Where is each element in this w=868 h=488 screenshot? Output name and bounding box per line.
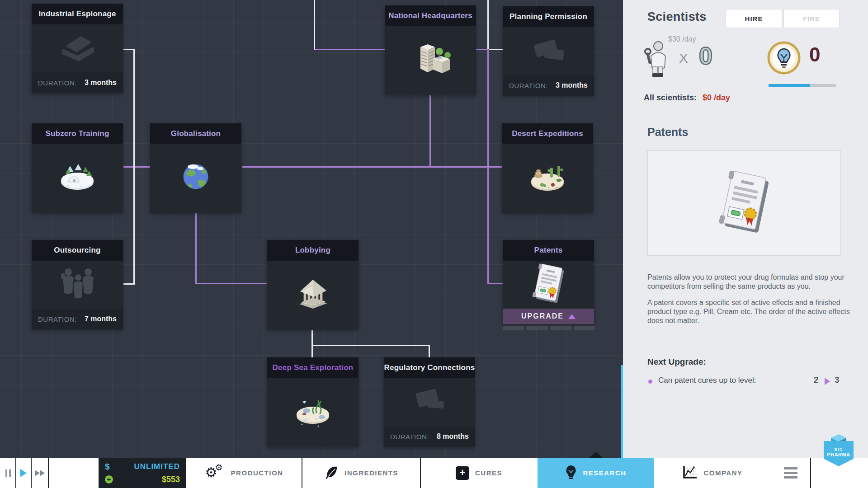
upgrade-button[interactable]: UPGRADE <box>503 309 594 324</box>
research-side-panel: Scientists HIRE FIRE $30 /day X 0 <box>623 0 868 458</box>
tech-node-title: Industrial Espionage <box>32 4 123 24</box>
gears-icon: ⚙⚙ <box>205 465 225 481</box>
tab-company[interactable]: COMPANY <box>654 458 771 488</box>
tech-node-globalisation[interactable]: Globalisation <box>150 123 241 213</box>
next-upgrade-item: Can patent cures up to level: <box>658 376 756 385</box>
upgrade-arrow-icon <box>568 314 576 319</box>
tech-node-title: Regulatory Connections <box>384 357 475 378</box>
bullet-icon <box>648 380 652 384</box>
menu-button[interactable] <box>771 458 811 488</box>
tech-node-title: Patents <box>503 240 594 261</box>
divider <box>48 458 49 488</box>
connector-line <box>476 49 488 50</box>
blueprint-icon <box>527 32 570 70</box>
tech-node-patents[interactable]: Patents <box>503 240 594 324</box>
upgrade-arrow-icon <box>825 378 830 385</box>
scientist-count: 0 <box>699 42 712 70</box>
fast-forward-icon <box>35 470 40 476</box>
currency-symbol: $ <box>105 462 110 472</box>
tab-research[interactable]: RESEARCH <box>538 458 654 488</box>
pause-button[interactable] <box>0 458 16 488</box>
research-tab-pointer <box>589 452 603 458</box>
connector-line <box>133 49 135 285</box>
connector-line <box>429 94 431 167</box>
tech-node-national-headquarters[interactable]: National Headquarters <box>385 5 476 95</box>
tech-node-deep-sea-exploration[interactable]: Deep Sea Exploration <box>267 357 359 447</box>
pause-icon <box>5 469 7 477</box>
play-button[interactable] <box>16 458 31 488</box>
add-funds-icon[interactable]: + <box>105 475 113 483</box>
lightbulb-icon <box>565 465 577 481</box>
divider <box>646 111 840 111</box>
medical-cross-icon: + <box>456 466 469 480</box>
connector-line <box>487 0 489 49</box>
research-progress-fill <box>769 84 810 87</box>
play-icon <box>20 469 27 477</box>
tech-node-regulatory-connections[interactable]: Regulatory Connections DURATION: 8 month… <box>384 357 475 447</box>
hire-button[interactable]: HIRE <box>726 9 782 28</box>
patent-illustration-box <box>647 150 841 256</box>
leaf-icon <box>324 465 339 481</box>
tech-node-planning-permission[interactable]: Planning Permission DURATION: 3 months <box>503 6 594 96</box>
patent-document-icon <box>716 168 773 239</box>
bottom-toolbar: $ UNLIMITED + $553 ⚙⚙ PRODUCTION INGREDI… <box>0 458 868 488</box>
arctic-island-icon <box>55 157 100 200</box>
research-progress-bar <box>769 84 836 87</box>
tech-node-title: National Headquarters <box>385 5 476 26</box>
connector-line <box>123 283 135 285</box>
cash-balance: $553 <box>162 475 180 484</box>
patents-heading: Patents <box>647 126 688 139</box>
patent-document-icon <box>529 262 568 307</box>
tech-node-subzero-training[interactable]: Subzero Training <box>32 123 123 213</box>
tech-node-outsourcing[interactable]: Outsourcing DURATION: 7 months <box>32 240 123 329</box>
money-display: $ UNLIMITED + $553 <box>99 458 186 488</box>
upgrade-label: UPGRADE <box>521 312 564 320</box>
connector-line <box>242 166 503 168</box>
connector-line <box>487 50 489 284</box>
connector-line <box>311 330 313 357</box>
connector-line <box>195 212 197 284</box>
duration-value: 7 months <box>85 315 117 323</box>
tab-cures[interactable]: + CURES <box>420 458 538 488</box>
game-screen: Industrial Espionage DURATION: 3 months … <box>0 0 868 488</box>
tab-production[interactable]: ⚙⚙ PRODUCTION <box>186 458 302 488</box>
tech-node-title: Globalisation <box>150 123 241 144</box>
duration-label: DURATION: <box>390 433 429 441</box>
tech-node-title: Lobbying <box>267 240 359 261</box>
duration-label: DURATION: <box>509 82 548 89</box>
logo-banner: BIG PHARMA <box>824 441 854 466</box>
tech-node-title: Subzero Training <box>32 123 123 144</box>
connector-line <box>487 283 503 284</box>
chart-icon <box>682 465 698 481</box>
documents-icon <box>408 384 451 421</box>
fast-forward-button[interactable] <box>31 458 48 488</box>
connector-line <box>315 49 385 50</box>
tech-node-desert-expeditions[interactable]: Desert Expeditions <box>502 123 593 213</box>
tab-ingredients[interactable]: INGREDIENTS <box>302 458 420 488</box>
patent-upgrade-level-bar <box>503 326 595 330</box>
multiply-symbol: X <box>679 51 688 66</box>
seabed-island-icon <box>290 391 335 434</box>
tech-node-title: Outsourcing <box>32 240 123 261</box>
globe-icon <box>175 157 217 200</box>
loan-status: UNLIMITED <box>134 462 180 471</box>
headquarters-icon <box>407 39 454 82</box>
duration-label: DURATION: <box>38 315 77 323</box>
research-points-count: 0 <box>809 43 820 66</box>
tech-node-industrial-espionage[interactable]: Industrial Espionage DURATION: 3 months <box>32 4 123 93</box>
connector-line <box>489 49 503 50</box>
duration-value: 8 months <box>437 432 469 441</box>
scientist-icon <box>644 40 670 80</box>
duration-label: DURATION: <box>38 79 77 87</box>
research-tree-canvas[interactable]: Industrial Espionage DURATION: 3 months … <box>0 0 623 458</box>
connector-line <box>123 166 150 168</box>
connector-line <box>195 283 267 284</box>
all-scientists-label: All scientists: <box>644 93 697 103</box>
duration-value: 3 months <box>556 81 588 89</box>
upgrade-level-next: 3 <box>835 375 840 385</box>
fire-button[interactable]: FIRE <box>783 9 840 28</box>
laptop-icon <box>56 28 99 69</box>
tech-node-title: Planning Permission <box>503 6 594 27</box>
tech-node-lobbying[interactable]: Lobbying <box>267 240 359 329</box>
connector-line <box>429 345 430 357</box>
